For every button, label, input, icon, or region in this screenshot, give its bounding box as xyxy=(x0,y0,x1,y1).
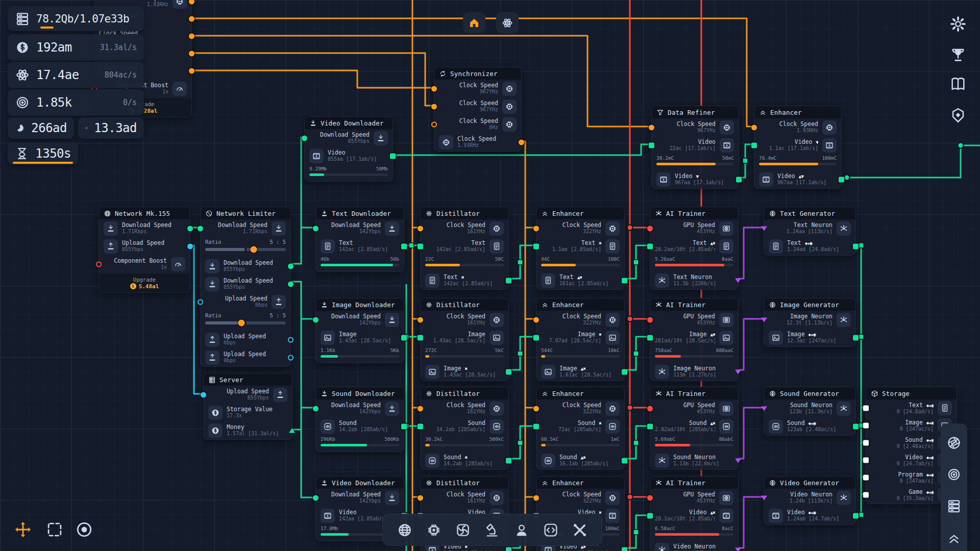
node-title-bar[interactable]: Enhancer xyxy=(536,477,624,489)
port-teal-sq[interactable] xyxy=(622,458,627,463)
wire-junction[interactable] xyxy=(627,225,633,231)
panel-aperture-button[interactable] xyxy=(944,433,964,453)
port-teal-sq[interactable] xyxy=(506,547,511,551)
port-teal-sq[interactable] xyxy=(751,142,757,148)
port-orange-dot[interactable] xyxy=(418,317,423,322)
sidebar-badge-button[interactable] xyxy=(948,106,968,125)
port-teal-sq[interactable] xyxy=(533,335,539,340)
port-teal-dot[interactable] xyxy=(313,317,318,322)
node-title-bar[interactable]: Image Generator xyxy=(764,298,855,311)
port-purple-td[interactable] xyxy=(735,278,741,283)
toolbar-fan-button[interactable] xyxy=(451,518,475,542)
port-orange-dot[interactable] xyxy=(189,68,194,74)
port-cyan-ring[interactable] xyxy=(288,355,293,360)
port-teal-sq[interactable] xyxy=(649,142,654,148)
node-title-bar[interactable]: AI Trainer xyxy=(650,207,738,219)
node-video-generator[interactable]: Video GeneratorVideo Neuron1.24b [113k/s… xyxy=(764,476,856,525)
atom-button[interactable] xyxy=(496,12,519,33)
node-title-bar[interactable]: Distillator xyxy=(421,298,508,311)
port-cyan-dot[interactable] xyxy=(201,392,206,397)
port-teal-sq[interactable] xyxy=(533,243,539,249)
port-red-dot[interactable] xyxy=(647,495,653,500)
port-teal-sq[interactable] xyxy=(506,458,511,463)
port-orange-dot[interactable] xyxy=(418,406,423,411)
toolbar-globe-button[interactable] xyxy=(393,518,416,542)
port-orange-dot[interactable] xyxy=(418,226,423,231)
port-teal-sq[interactable] xyxy=(506,369,511,374)
toolbar-microscope-button[interactable] xyxy=(480,518,504,542)
port-teal-sq[interactable] xyxy=(647,513,653,518)
node-title-bar[interactable]: Data Refiner xyxy=(652,106,739,118)
port-white-sq[interactable] xyxy=(863,423,869,429)
port-teal-sq[interactable] xyxy=(401,243,407,249)
wire-junction[interactable] xyxy=(859,243,864,248)
wire-junction[interactable] xyxy=(518,260,523,265)
port-orange-dot[interactable] xyxy=(431,104,437,109)
port-teal-sq[interactable] xyxy=(418,243,423,249)
node-video-downloader-top[interactable]: Video DownloaderDownload Speed855YbpsVid… xyxy=(304,116,393,182)
node-enhancer-1[interactable]: EnhancerClock Speed322YHzText ✖1.1ae [2.… xyxy=(536,207,625,290)
sidebar-trophy-button[interactable] xyxy=(948,45,968,64)
wire-junction[interactable] xyxy=(633,351,639,356)
wire-junction[interactable] xyxy=(518,351,523,356)
sidebar-book-button[interactable] xyxy=(948,74,968,94)
node-title-bar[interactable]: Image Downloader xyxy=(316,298,404,311)
node-title-bar[interactable]: Distillator xyxy=(421,477,508,489)
port-teal-sq[interactable] xyxy=(647,335,653,340)
port-purple-td[interactable] xyxy=(735,369,741,374)
node-ai-trainer-4[interactable]: AI TrainerGPU Speed453YHzVideo ▲✖28.1ac/… xyxy=(650,476,739,551)
node-data-refiner[interactable]: Data RefinerClock Speed967YHzVideo22ac [… xyxy=(651,106,739,189)
panel-chevrons-up-button[interactable] xyxy=(944,528,964,548)
wire-junction[interactable] xyxy=(743,158,748,163)
sidebar-gear-button[interactable] xyxy=(948,14,968,34)
ratio-slider[interactable] xyxy=(205,321,286,324)
toolbar-cpu-button[interactable] xyxy=(422,518,446,542)
node-title-bar[interactable]: Enhancer xyxy=(754,106,841,118)
node-image-downloader[interactable]: Image DownloaderDownload Speed142YbpsIma… xyxy=(315,298,404,363)
port-teal-sq[interactable] xyxy=(647,423,653,429)
port-teal-sq[interactable] xyxy=(401,335,407,340)
node-ai-trainer-1[interactable]: AI TrainerGPU Speed453YHzText ▲✖28.2ae/1… xyxy=(650,207,739,290)
wire-junction[interactable] xyxy=(633,440,639,445)
node-title-bar[interactable]: Server xyxy=(204,373,292,386)
node-image-generator[interactable]: Image GeneratorImage Neuron12.3t [1.13b/… xyxy=(764,298,856,347)
port-teal-sq[interactable] xyxy=(390,153,396,159)
node-sound-generator[interactable]: Sound GeneratorSound Neuron123b [11.3m/s… xyxy=(764,387,856,436)
node-sound-downloader[interactable]: Sound DownloaderDownload Speed142YbpsSou… xyxy=(315,387,404,452)
port-red-dot[interactable] xyxy=(647,226,653,231)
node-distillator-2[interactable]: DistillatorClock Speed161YHzImage1.43ac … xyxy=(420,298,509,381)
node-title-bar[interactable]: Enhancer xyxy=(536,298,624,311)
port-teal-sq[interactable] xyxy=(622,547,627,551)
port-white-sq[interactable] xyxy=(863,475,869,481)
node-title-bar[interactable]: Enhancer xyxy=(536,387,624,399)
port-teal-sq[interactable] xyxy=(622,278,627,283)
port-orange-dot[interactable] xyxy=(751,124,757,130)
port-orange-dot[interactable] xyxy=(418,495,423,500)
port-orange-dot[interactable] xyxy=(533,495,539,500)
node-server[interactable]: ServerUpload Speed855YbpsStorage Value17… xyxy=(203,373,292,440)
node-title-bar[interactable]: Text Downloader xyxy=(316,207,404,219)
slider-knob[interactable] xyxy=(250,246,257,253)
port-teal-dot[interactable] xyxy=(313,495,318,500)
node-synchronizer[interactable]: SynchronizerClock Speed967YHzClock Speed… xyxy=(434,67,522,152)
port-red-dot[interactable] xyxy=(647,317,653,322)
wire-junction[interactable] xyxy=(627,405,633,411)
port-orange-dot[interactable] xyxy=(189,34,194,39)
wire-junction[interactable] xyxy=(627,316,633,322)
toolbar-tools-button[interactable] xyxy=(568,518,592,542)
port-orange-dot[interactable] xyxy=(189,51,194,57)
panel-target-button[interactable] xyxy=(944,464,964,485)
port-teal-dot[interactable] xyxy=(198,226,203,231)
port-cyan-ring[interactable] xyxy=(198,299,203,305)
node-distillator-3[interactable]: DistillatorClock Speed161YHzSound14.2ab … xyxy=(420,387,509,470)
node-title-bar[interactable]: Sound Downloader xyxy=(316,387,404,399)
node-title-bar[interactable]: Sound Generator xyxy=(764,387,855,399)
port-teal-dot[interactable] xyxy=(187,226,193,231)
port-orange-dot[interactable] xyxy=(189,16,194,22)
port-orange-dot[interactable] xyxy=(431,86,437,91)
port-orange-dot[interactable] xyxy=(533,406,539,411)
node-enhancer-2[interactable]: EnhancerClock Speed322YHzImage ✖7.07ad [… xyxy=(536,298,625,381)
node-title-bar[interactable]: Network Mk.155 xyxy=(99,207,190,219)
slider-knob[interactable] xyxy=(238,320,245,327)
wire-junction[interactable] xyxy=(958,143,964,148)
